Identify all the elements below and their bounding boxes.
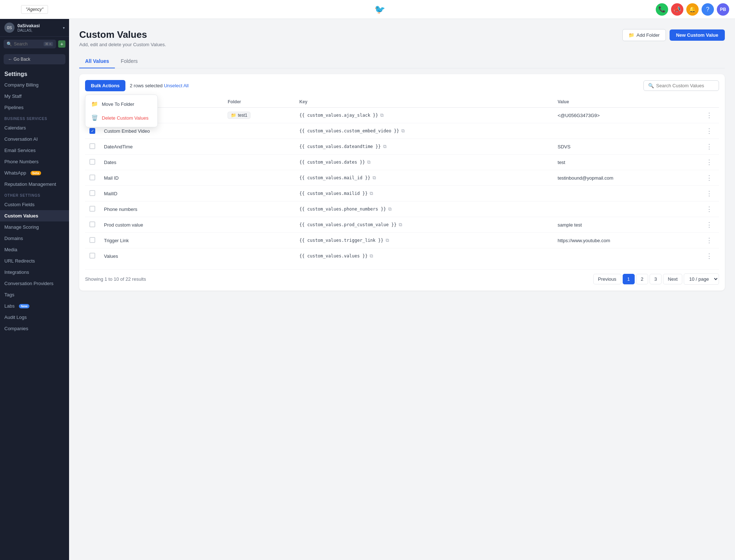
- sidebar-item-companies[interactable]: Companies: [0, 323, 69, 334]
- sidebar-item-audit-logs[interactable]: Audit Logs: [0, 312, 69, 323]
- sidebar-item-phone-numbers[interactable]: Phone Numbers: [0, 156, 69, 167]
- row-actions-button[interactable]: ⋮: [704, 205, 715, 213]
- sidebar-item-pipelines[interactable]: Pipelines: [0, 102, 69, 113]
- row-checkbox[interactable]: [89, 143, 95, 149]
- next-button[interactable]: Next: [663, 274, 682, 284]
- new-badge: New: [19, 304, 29, 308]
- tabs: All Values Folders: [79, 55, 725, 68]
- copy-icon[interactable]: ⧉: [401, 128, 405, 134]
- tab-folders[interactable]: Folders: [115, 55, 144, 68]
- sidebar-item-label: Email Services: [4, 148, 36, 153]
- row-actions-button[interactable]: ⋮: [704, 252, 715, 260]
- sidebar-item-manage-scoring[interactable]: Manage Scoring: [0, 221, 69, 233]
- copy-icon[interactable]: ⧉: [370, 191, 373, 196]
- add-folder-button[interactable]: 📁 Add Folder: [622, 29, 666, 41]
- add-icon[interactable]: +: [58, 40, 65, 48]
- megaphone-icon-button[interactable]: 📣: [671, 3, 683, 16]
- help-icon-button[interactable]: ?: [702, 3, 714, 16]
- sidebar-item-reputation-management[interactable]: Reputation Management: [0, 179, 69, 190]
- sidebar-item-my-staff[interactable]: My Staff: [0, 91, 69, 102]
- row-folder: 📁test1: [223, 108, 295, 123]
- sidebar-item-url-redirects[interactable]: URL Redirects: [0, 255, 69, 267]
- search-cv-input[interactable]: [656, 83, 714, 88]
- sidebar-item-conversation-ai[interactable]: Conversation AI: [0, 133, 69, 145]
- user-avatar-top[interactable]: PB: [717, 3, 729, 16]
- copy-icon[interactable]: ⧉: [388, 206, 391, 212]
- row-actions-button[interactable]: ⋮: [704, 142, 715, 151]
- search-custom-values[interactable]: 🔍: [643, 80, 719, 91]
- row-actions-button[interactable]: ⋮: [704, 189, 715, 198]
- table-row: DateAndTime{{ custom_values.dateandtime …: [85, 139, 719, 155]
- phone-icon-button[interactable]: 📞: [656, 3, 668, 16]
- sidebar-item-domains[interactable]: Domains: [0, 233, 69, 244]
- row-name: Dates: [100, 155, 223, 170]
- row-actions-button[interactable]: ⋮: [704, 173, 715, 182]
- key-text: {{ custom_values.ajay_slack }}: [300, 113, 378, 118]
- copy-icon[interactable]: ⧉: [367, 159, 370, 165]
- tab-all-values[interactable]: All Values: [79, 55, 115, 68]
- sidebar-item-custom-values[interactable]: Custom Values: [0, 210, 69, 221]
- unselect-all-link[interactable]: Unselect All: [164, 83, 189, 88]
- move-to-folder-item[interactable]: 📁 Move To Folder: [85, 97, 157, 111]
- row-value: sample test: [553, 217, 699, 233]
- sidebar-item-conversation-providers[interactable]: Conversation Providers: [0, 278, 69, 289]
- sidebar-item-company-billing[interactable]: Company Billing: [0, 79, 69, 91]
- row-checkbox[interactable]: [89, 237, 95, 243]
- page-3-button[interactable]: 3: [650, 274, 662, 284]
- row-actions-button[interactable]: ⋮: [704, 158, 715, 167]
- bulk-actions-button[interactable]: Bulk Actions: [85, 80, 125, 91]
- delete-custom-values-item[interactable]: 🗑️ Delete Custom Values: [85, 111, 157, 125]
- copy-icon[interactable]: ⧉: [370, 253, 373, 259]
- new-custom-value-button[interactable]: New Custom Value: [670, 29, 725, 41]
- page-2-button[interactable]: 2: [636, 274, 648, 284]
- table-row: ✓Ajay_slack📁test1{{ custom_values.ajay_s…: [85, 108, 719, 123]
- row-folder: [223, 233, 295, 248]
- search-box[interactable]: 🔍 ⌘ K: [4, 40, 56, 48]
- page-title: Custom Values: [79, 29, 166, 40]
- row-value: [553, 186, 699, 201]
- sidebar-item-label: Reputation Management: [4, 181, 56, 187]
- search-input[interactable]: [14, 41, 42, 47]
- sidebar-item-labs[interactable]: Labs New: [0, 300, 69, 312]
- sidebar-item-label: Phone Numbers: [4, 159, 39, 164]
- sidebar-item-email-services[interactable]: Email Services: [0, 145, 69, 156]
- row-actions-button[interactable]: ⋮: [704, 127, 715, 135]
- table-row: MailID{{ custom_values.mailid }}⧉⋮: [85, 186, 719, 201]
- add-folder-label: Add Folder: [636, 32, 660, 38]
- key-text: {{ custom_values.dates }}: [300, 160, 365, 165]
- sidebar-item-custom-fields[interactable]: Custom Fields: [0, 199, 69, 210]
- sidebar-user[interactable]: 0S 0aSivakasi DALLAS, ▾: [0, 19, 69, 37]
- row-key: {{ custom_values.prod_custom_value }}⧉: [295, 217, 553, 233]
- copy-icon[interactable]: ⧉: [383, 144, 386, 149]
- bell-icon-button[interactable]: 🔔: [686, 3, 699, 16]
- row-actions-button[interactable]: ⋮: [704, 111, 715, 120]
- sidebar-item-media[interactable]: Media: [0, 244, 69, 255]
- copy-icon[interactable]: ⧉: [373, 175, 376, 181]
- page-1-button[interactable]: 1: [623, 274, 635, 284]
- sidebar-item-calendars[interactable]: Calendars: [0, 122, 69, 133]
- row-key: {{ custom_values.values }}⧉: [295, 248, 553, 264]
- row-checkbox[interactable]: [89, 175, 95, 180]
- row-checkbox[interactable]: [89, 221, 95, 227]
- row-checkbox[interactable]: [89, 206, 95, 212]
- row-folder: [223, 248, 295, 264]
- row-actions-button[interactable]: ⋮: [704, 236, 715, 245]
- prev-button[interactable]: Previous: [593, 274, 621, 284]
- row-checkbox[interactable]: [89, 253, 95, 259]
- row-name: Phone numbers: [100, 201, 223, 217]
- row-value: SDVS: [553, 139, 699, 155]
- row-checkbox[interactable]: ✓: [89, 128, 95, 134]
- copy-icon[interactable]: ⧉: [380, 112, 383, 118]
- go-back-button[interactable]: ← Go Back: [4, 54, 65, 64]
- sidebar-item-label: Domains: [4, 236, 23, 241]
- copy-icon[interactable]: ⧉: [399, 222, 402, 228]
- row-actions-button[interactable]: ⋮: [704, 220, 715, 229]
- per-page-select[interactable]: 10 / page 25 / page 50 / page: [684, 273, 719, 285]
- row-checkbox[interactable]: [89, 190, 95, 196]
- sidebar-item-integrations[interactable]: Integrations: [0, 267, 69, 278]
- sidebar-item-tags[interactable]: Tags: [0, 289, 69, 300]
- copy-icon[interactable]: ⧉: [386, 237, 389, 243]
- sidebar-item-whatsapp[interactable]: WhatsApp beta: [0, 167, 69, 179]
- topbar-center: 🐦: [374, 4, 385, 15]
- row-checkbox[interactable]: [89, 159, 95, 165]
